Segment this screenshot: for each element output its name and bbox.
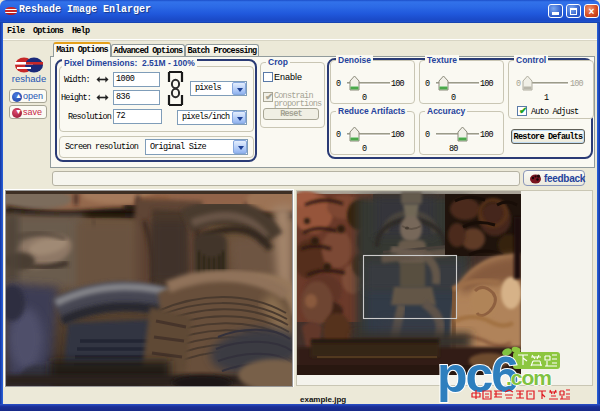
svg-text:.com: .com — [506, 366, 551, 389]
